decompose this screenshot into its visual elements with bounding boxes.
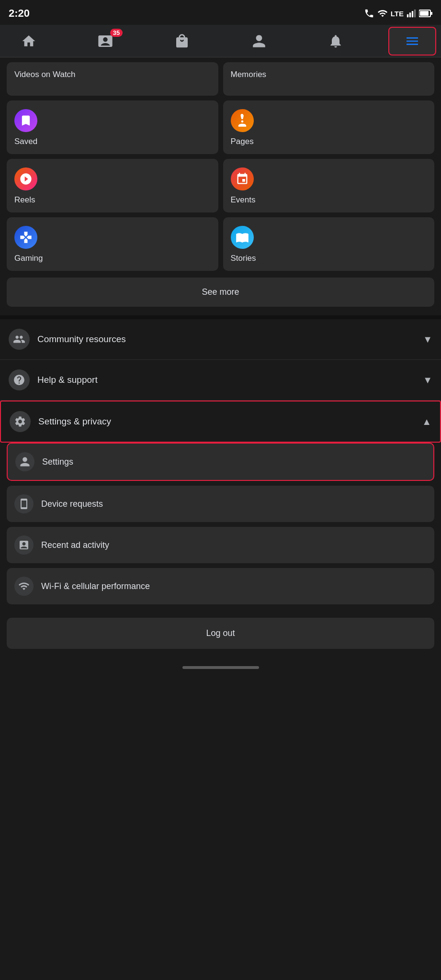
memories-label: Memories bbox=[231, 70, 267, 79]
svg-rect-5 bbox=[420, 11, 429, 16]
nav-bar: 35 bbox=[0, 25, 441, 57]
wifi-cellular-icon bbox=[14, 577, 34, 596]
community-resources-label: Community resources bbox=[37, 334, 126, 345]
home-indicator bbox=[0, 660, 441, 677]
help-support-label: Help & support bbox=[37, 375, 98, 385]
help-support-item[interactable]: Help & support ▼ bbox=[0, 360, 441, 401]
lte-indicator: LTE bbox=[391, 10, 404, 18]
community-resources-icon bbox=[9, 329, 30, 350]
reels-icon bbox=[14, 167, 37, 190]
nav-home[interactable] bbox=[5, 27, 53, 56]
help-support-icon bbox=[9, 369, 30, 390]
wifi-icon bbox=[377, 8, 388, 19]
shortcut-saved[interactable]: Saved bbox=[7, 100, 218, 154]
nav-notifications[interactable] bbox=[312, 27, 360, 56]
status-icons: LTE bbox=[364, 8, 432, 19]
community-resources-left: Community resources bbox=[9, 329, 126, 350]
stories-label: Stories bbox=[231, 254, 427, 263]
memories-cell[interactable]: Memories bbox=[223, 62, 435, 96]
menu-section: Community resources ▼ Help & support ▼ S… bbox=[0, 319, 441, 443]
shortcut-events[interactable]: Events bbox=[223, 159, 435, 212]
recent-ad-activity-label: Recent ad activity bbox=[41, 540, 109, 550]
videos-on-watch-label: Videos on Watch bbox=[14, 70, 76, 79]
home-indicator-bar bbox=[182, 666, 259, 669]
submenu-recent-ad-activity[interactable]: Recent ad activity bbox=[7, 527, 434, 563]
gaming-label: Gaming bbox=[14, 254, 211, 263]
wifi-cellular-label: Wi-Fi & cellular performance bbox=[41, 581, 150, 591]
saved-label: Saved bbox=[14, 137, 211, 146]
shortcut-reels[interactable]: Reels bbox=[7, 159, 218, 212]
reels-label: Reels bbox=[14, 195, 211, 205]
signal-icon bbox=[407, 9, 416, 18]
device-requests-icon bbox=[14, 494, 34, 513]
battery-icon bbox=[419, 9, 432, 18]
svg-rect-6 bbox=[431, 12, 432, 15]
events-label: Events bbox=[231, 195, 427, 205]
help-support-left: Help & support bbox=[9, 369, 98, 390]
help-support-chevron: ▼ bbox=[423, 375, 432, 386]
shortcut-pages[interactable]: Pages bbox=[223, 100, 435, 154]
shortcuts-grid: Saved Pages Reels Events bbox=[0, 96, 441, 271]
shortcut-gaming[interactable]: Gaming bbox=[7, 217, 218, 271]
see-more-button[interactable]: See more bbox=[7, 278, 434, 307]
nav-feed[interactable]: 35 bbox=[81, 27, 129, 56]
device-requests-label: Device requests bbox=[41, 499, 103, 509]
phone-icon bbox=[364, 8, 374, 19]
submenu-wifi-cellular[interactable]: Wi-Fi & cellular performance bbox=[7, 568, 434, 604]
settings-privacy-chevron: ▲ bbox=[422, 416, 431, 427]
pages-label: Pages bbox=[231, 137, 427, 146]
pages-icon bbox=[231, 109, 254, 132]
section-divider bbox=[0, 315, 441, 319]
community-resources-item[interactable]: Community resources ▼ bbox=[0, 319, 441, 360]
videos-on-watch-cell[interactable]: Videos on Watch bbox=[7, 62, 218, 96]
settings-item-label: Settings bbox=[42, 457, 73, 467]
nav-marketplace[interactable] bbox=[158, 27, 206, 56]
status-bar: 2:20 LTE bbox=[0, 0, 441, 25]
events-icon bbox=[231, 167, 254, 190]
settings-item-icon bbox=[15, 452, 34, 471]
settings-privacy-icon bbox=[10, 411, 31, 432]
community-resources-chevron: ▼ bbox=[423, 334, 432, 345]
status-time: 2:20 bbox=[9, 7, 30, 20]
submenu-settings[interactable]: Settings bbox=[7, 443, 434, 481]
feed-badge: 35 bbox=[110, 29, 123, 37]
settings-privacy-left: Settings & privacy bbox=[10, 411, 111, 432]
svg-rect-1 bbox=[409, 12, 411, 17]
settings-privacy-label: Settings & privacy bbox=[38, 416, 111, 427]
gaming-icon bbox=[14, 226, 37, 249]
nav-menu[interactable] bbox=[388, 27, 436, 56]
stories-icon bbox=[231, 226, 254, 249]
recent-ad-activity-icon bbox=[14, 535, 34, 555]
svg-rect-3 bbox=[414, 10, 416, 18]
settings-privacy-item[interactable]: Settings & privacy ▲ bbox=[0, 401, 441, 443]
shortcut-stories[interactable]: Stories bbox=[223, 217, 435, 271]
logout-button[interactable]: Log out bbox=[7, 618, 434, 649]
settings-submenu: Settings Device requests Recent ad activ… bbox=[0, 443, 441, 604]
saved-icon bbox=[14, 109, 37, 132]
svg-rect-2 bbox=[412, 11, 413, 17]
submenu-device-requests[interactable]: Device requests bbox=[7, 486, 434, 522]
partial-grid: Videos on Watch Memories bbox=[0, 57, 441, 96]
nav-profile[interactable] bbox=[235, 27, 283, 56]
svg-rect-0 bbox=[407, 14, 408, 18]
